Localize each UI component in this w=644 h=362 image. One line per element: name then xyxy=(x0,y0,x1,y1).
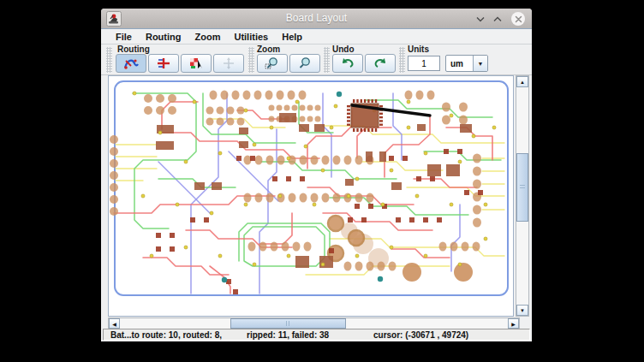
pcb-layout-drawing[interactable] xyxy=(109,76,513,316)
select-item-icon xyxy=(188,56,205,70)
redo-button[interactable] xyxy=(365,54,396,73)
close-icon[interactable] xyxy=(511,12,525,26)
menu-item-zoom[interactable]: Zoom xyxy=(188,32,228,42)
toolbar-grip[interactable] xyxy=(106,47,112,73)
units-selected-value: um xyxy=(446,56,473,71)
menu-item-utilities[interactable]: Utilities xyxy=(227,32,275,42)
redo-icon xyxy=(372,56,389,70)
zoom-section-label: Zoom xyxy=(257,45,280,54)
vertical-scrollbar[interactable]: ▲ ▼ xyxy=(516,75,529,317)
units-value-input[interactable] xyxy=(408,56,440,71)
zoom-all-icon xyxy=(296,56,313,70)
zoom-region-icon xyxy=(264,56,281,70)
toolbar: Routing xyxy=(101,45,532,75)
select-item-button[interactable] xyxy=(181,54,212,73)
minimize-icon[interactable] xyxy=(474,12,487,26)
scroll-up-icon[interactable]: ▲ xyxy=(516,76,528,87)
scroll-down-icon[interactable]: ▼ xyxy=(516,305,528,316)
routing-section-label: Routing xyxy=(117,45,150,54)
zoom-all-button[interactable] xyxy=(289,54,320,73)
toolbar-grip[interactable] xyxy=(324,47,330,73)
move-item-button[interactable] xyxy=(213,54,244,73)
scroll-left-icon[interactable]: ◀ xyxy=(109,318,120,329)
menu-item-routing[interactable]: Routing xyxy=(139,32,188,42)
zoom-region-button[interactable] xyxy=(257,54,288,73)
cursor-position: cursor: (-30671 , 49724) xyxy=(373,330,468,340)
menu-item-help[interactable]: Help xyxy=(275,32,309,42)
toolbar-grip[interactable] xyxy=(399,47,405,73)
app-window: Board Layout File Routing Zoom Utilities… xyxy=(101,9,532,341)
autoroute-button[interactable] xyxy=(116,54,146,73)
autoroute-icon xyxy=(122,56,140,70)
horizontal-scrollbar-thumb[interactable] xyxy=(230,318,346,329)
undo-section-label: Undo xyxy=(332,45,355,54)
undo-button[interactable] xyxy=(332,54,363,73)
units-dropdown[interactable]: um ▼ xyxy=(445,55,488,72)
move-item-icon xyxy=(220,56,237,70)
undo-icon xyxy=(339,56,356,70)
vertical-scrollbar-thumb[interactable] xyxy=(516,153,528,222)
maximize-icon[interactable] xyxy=(491,12,504,26)
horizontal-scrollbar[interactable]: ◀ ▶ xyxy=(108,317,520,329)
status-bar: Bat...to route: 10, routed: 8, ripped: 1… xyxy=(103,329,530,341)
scroll-right-icon[interactable]: ▶ xyxy=(508,318,519,329)
route-trace-icon xyxy=(155,56,172,70)
toolbar-grip[interactable] xyxy=(248,47,254,73)
ripped-stats: ripped: 11, failed: 38 xyxy=(247,330,329,340)
menu-item-file[interactable]: File xyxy=(109,32,139,42)
title-bar[interactable]: Board Layout xyxy=(101,9,532,29)
units-section-label: Units xyxy=(408,45,429,54)
window-title: Board Layout xyxy=(101,12,532,24)
route-trace-button[interactable] xyxy=(148,54,179,73)
board-canvas[interactable] xyxy=(108,75,514,317)
menu-bar: File Routing Zoom Utilities Help xyxy=(101,30,532,45)
chevron-down-icon[interactable]: ▼ xyxy=(473,56,487,71)
route-stats: Bat...to route: 10, routed: 8, xyxy=(110,330,222,340)
